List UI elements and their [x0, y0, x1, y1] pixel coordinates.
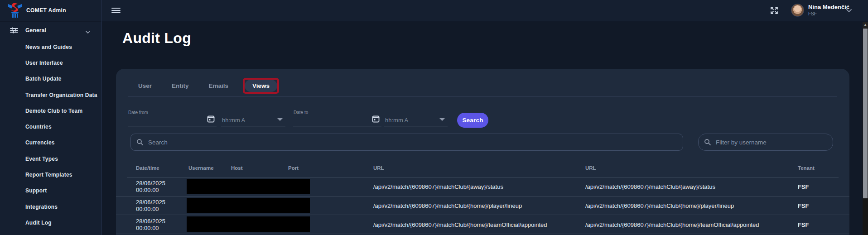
page-title: Audit Log	[122, 30, 191, 47]
col-header-port: Port	[288, 165, 299, 171]
user-avatar[interactable]	[791, 4, 804, 17]
col-header-datetime: Date/time	[136, 165, 159, 171]
cell-url: /api/v2/match/{6098607}/matchClub/{home}…	[585, 221, 759, 228]
user-name: Nina Medenčić	[808, 4, 849, 10]
click-highlight-annotation: Views	[243, 78, 279, 94]
sidebar-item[interactable]: Support	[0, 183, 101, 199]
user-organization: FSF	[808, 11, 817, 16]
time-to-input[interactable]	[384, 111, 448, 126]
cell-url: /api/v2/match/{6098607}/matchClub/{away}…	[373, 183, 503, 190]
app-title: COMET Admin	[26, 7, 66, 14]
col-header-username: Username	[188, 165, 214, 171]
sidebar-divider	[101, 0, 102, 235]
scrollbar[interactable]: ▲	[863, 22, 868, 235]
sidebar-item[interactable]: News and Guides	[0, 39, 101, 55]
col-header-url: URL	[373, 165, 384, 171]
section-chevron-down-icon	[85, 28, 91, 32]
col-header-url: URL	[585, 165, 596, 171]
time-dropdown-arrow-icon[interactable]	[277, 118, 283, 121]
search-icon	[704, 139, 711, 146]
cell-datetime: 28/06/2025 00:00:00	[136, 218, 165, 231]
table-header-row: Date/time Username Host Port URL URL Ten…	[116, 161, 849, 177]
comet-logo-icon	[6, 2, 24, 19]
cell-url: /api/v2/match/{6098607}/matchClub/{home}…	[373, 221, 547, 228]
user-menu-chevron-down-icon[interactable]	[845, 7, 854, 14]
sidebar: General News and GuidesUser InterfaceBat…	[0, 22, 101, 235]
fullscreen-icon[interactable]	[770, 6, 779, 15]
tab-user[interactable]: User	[128, 78, 162, 93]
sidebar-item[interactable]: Integrations	[0, 199, 101, 215]
table-row: 28/06/2025 00:00:00 /api/v2/match/{60986…	[116, 215, 849, 234]
col-header-host: Host	[231, 165, 243, 171]
date-to-field	[293, 111, 381, 126]
sidebar-item[interactable]: Report Templates	[0, 167, 101, 182]
time-from-field	[221, 111, 285, 126]
username-filter-input[interactable]	[711, 134, 833, 150]
sliders-icon	[10, 27, 18, 34]
top-bar: COMET Admin Nina Medenčić FSF	[0, 0, 868, 21]
sidebar-item[interactable]: Event Types	[0, 151, 101, 167]
tab-bar: User Entity Emails Views	[128, 78, 279, 93]
tabs-divider	[128, 96, 837, 96]
redacted-cell	[187, 216, 310, 232]
search-icon	[136, 139, 144, 146]
tab-views[interactable]: Views	[245, 80, 277, 92]
scrollbar-up-arrow-icon[interactable]: ▲	[863, 22, 868, 28]
redacted-cell	[187, 179, 310, 194]
sidebar-section-label: General	[25, 27, 46, 34]
scrollbar-thumb[interactable]	[863, 29, 868, 198]
table-row: 28/06/2025 00:00:00 /api/v2/match/{60986…	[116, 197, 849, 216]
col-header-tenant: Tenant	[798, 165, 815, 171]
tab-entity[interactable]: Entity	[162, 78, 199, 93]
audit-log-card: User Entity Emails Views Date from Date …	[116, 69, 849, 235]
sidebar-item[interactable]: Batch Update	[0, 71, 101, 87]
sidebar-item[interactable]: Audit Log	[0, 215, 101, 230]
search-input[interactable]	[144, 134, 683, 150]
sidebar-item[interactable]: Transfer Organization Data	[0, 87, 101, 103]
sidebar-item[interactable]: Demote Club to Team	[0, 103, 101, 119]
sidebar-menu: News and GuidesUser InterfaceBatch Updat…	[0, 39, 101, 231]
username-filter-box	[698, 134, 833, 151]
redacted-cell	[187, 198, 310, 213]
sidebar-section-general[interactable]: General	[0, 22, 101, 39]
cell-datetime: 28/06/2025 00:00:00	[136, 199, 165, 212]
calendar-icon[interactable]	[372, 115, 380, 123]
tab-emails[interactable]: Emails	[199, 78, 239, 93]
hamburger-menu-icon[interactable]	[111, 6, 121, 14]
table-body: 28/06/2025 00:00:00 /api/v2/match/{60986…	[116, 177, 849, 234]
calendar-icon[interactable]	[207, 115, 215, 123]
time-dropdown-arrow-icon[interactable]	[439, 118, 445, 121]
date-from-input[interactable]	[128, 111, 217, 126]
cell-datetime: 28/06/2025 00:00:00	[136, 180, 165, 193]
time-to-field	[384, 111, 448, 126]
cell-url: /api/v2/match/{6098607}/matchClub/{home}…	[373, 202, 522, 209]
search-box	[130, 134, 683, 151]
cell-tenant: FSF	[798, 202, 809, 209]
date-from-field	[128, 111, 217, 126]
time-from-input[interactable]	[221, 111, 285, 126]
table-row: 28/06/2025 00:00:00 /api/v2/match/{60986…	[116, 177, 849, 197]
date-to-input[interactable]	[293, 111, 381, 126]
search-button[interactable]: Search	[457, 113, 488, 128]
cell-url: /api/v2/match/{6098607}/matchClub/{away}…	[585, 183, 715, 190]
sidebar-item[interactable]: Countries	[0, 119, 101, 134]
sidebar-item[interactable]: User Interface	[0, 55, 101, 71]
sidebar-item[interactable]: Currencies	[0, 135, 101, 151]
cell-url: /api/v2/match/{6098607}/matchClub/{home}…	[585, 202, 734, 209]
cell-tenant: FSF	[798, 183, 809, 190]
cell-tenant: FSF	[798, 221, 809, 228]
